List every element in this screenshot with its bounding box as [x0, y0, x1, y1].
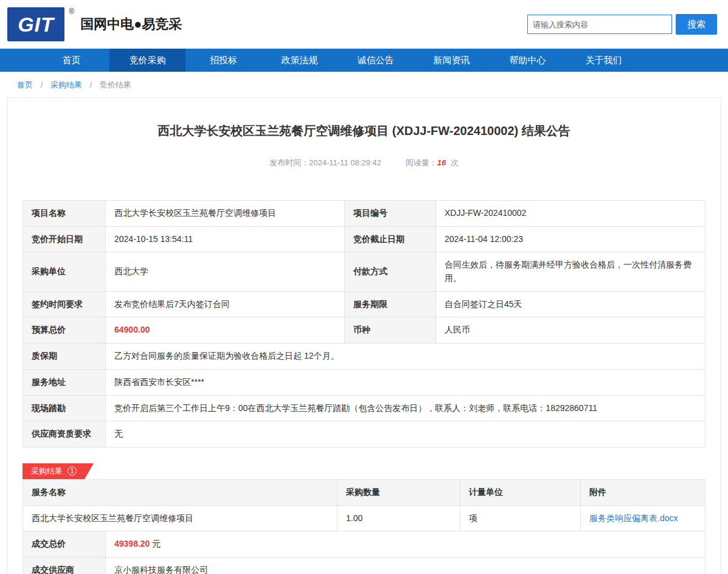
views-unit: 次: [451, 158, 459, 167]
article-meta: 发布时间：2024-11-11 08:29:42阅读量：16 次: [23, 157, 705, 168]
field-label: 签约时间要求: [23, 291, 106, 317]
nav-item-help-center[interactable]: 帮助中心: [490, 49, 566, 72]
ribbon-label: 采购结果: [31, 466, 63, 477]
field-value: 发布竞价结果后7天内签订合同: [106, 291, 345, 317]
breadcrumb-home[interactable]: 首页: [17, 80, 33, 89]
table-row: 成交供应商 京小服科技服务有限公司: [23, 557, 705, 574]
column-header-unit: 计量单位: [460, 479, 581, 505]
field-value: 人民币: [436, 317, 705, 344]
field-value: 自合同签订之日45天: [436, 291, 705, 317]
table-row: 签约时间要求 发布竞价结果后7天内签订合同 服务期限 自合同签订之日45天: [23, 291, 705, 317]
field-value-budget-total: 64900.00: [106, 317, 345, 344]
nav-item-credit-notices[interactable]: 诚信公告: [338, 49, 414, 72]
field-value: 陕西省西安市长安区****: [106, 369, 705, 395]
table-row: 竞价开始日期 2024-10-15 13:54:11 竞价截止日期 2024-1…: [23, 226, 705, 252]
nav-item-news[interactable]: 新闻资讯: [414, 49, 490, 72]
field-value: 西北大学长安校区玉兰苑餐厅空调维修项目: [106, 201, 345, 227]
nav-item-home[interactable]: 首页: [33, 49, 109, 72]
views-count: 16: [437, 158, 446, 167]
field-label: 付款方式: [345, 252, 436, 291]
table-row: 现场踏勘 竞价开启后第三个工作日上午9：00在西北大学玉兰苑餐厅踏勘（包含公告发…: [23, 395, 705, 421]
search-button[interactable]: 搜索: [676, 14, 717, 35]
table-row: 项目名称 西北大学长安校区玉兰苑餐厅空调维修项目 项目编号 XDJJ-FW-20…: [23, 201, 705, 227]
deal-total-cell: 49398.20 元: [106, 531, 705, 558]
deal-total-amount: 49398.20: [114, 539, 150, 548]
publish-time-label: 发布时间：: [269, 158, 309, 167]
main-nav: 首页 竞价采购 招投标 政策法规 诚信公告 新闻资讯 帮助中心 关于我们: [0, 49, 728, 72]
breadcrumb-current: 竞价结果: [100, 80, 131, 89]
field-label: 现场踏勘: [23, 395, 106, 421]
registered-trademark-icon: ®: [69, 7, 74, 16]
table-row: 预算总价 64900.00 币种 人民币: [23, 317, 705, 344]
ribbon-number-badge: 1: [68, 466, 77, 475]
brand-area: GIT ® 国网中电●易竞采: [7, 7, 182, 41]
breadcrumb: 首页 / 采购结果 / 竞价结果: [0, 72, 728, 97]
breadcrumb-procurement-results[interactable]: 采购结果: [50, 80, 82, 89]
project-details-table: 项目名称 西北大学长安校区玉兰苑餐厅空调维修项目 项目编号 XDJJ-FW-20…: [23, 200, 705, 448]
views-label: 阅读量：: [406, 158, 437, 167]
field-label: 项目名称: [23, 201, 106, 227]
field-label: 服务地址: [23, 369, 106, 395]
field-value: 西北大学: [106, 252, 345, 291]
logo-text: GIT: [18, 13, 54, 36]
unit-cell: 项: [460, 505, 581, 531]
procurement-result-ribbon: 采购结果 1: [23, 463, 94, 479]
table-row: 采购单位 西北大学 付款方式 合同生效后，待服务期满并经甲方验收合格后，一次性付…: [23, 252, 705, 291]
field-value: 2024-10-15 13:54:11: [106, 226, 345, 252]
field-value: 2024-11-04 12:00:23: [436, 226, 705, 252]
nav-item-bidding-procurement[interactable]: 竞价采购: [109, 49, 185, 72]
attachment-cell: 服务类响应偏离表.docx: [581, 505, 705, 531]
field-value: XDJJ-FW-202410002: [436, 201, 705, 227]
field-label: 成交供应商: [23, 557, 106, 574]
page-title: 西北大学长安校区玉兰苑餐厅空调维修项目 (XDJJ-FW-202410002) …: [23, 122, 705, 139]
table-row: 服务地址 陕西省西安市长安区****: [23, 369, 705, 395]
table-row: 西北大学长安校区玉兰苑餐厅空调维修项目 1.00 项 服务类响应偏离表.docx: [23, 505, 705, 531]
column-header-attachment: 附件: [581, 479, 705, 505]
field-value: 竞价开启后第三个工作日上午9：00在西北大学玉兰苑餐厅踏勘（包含公告发布日），联…: [106, 395, 705, 421]
budget-total-amount: 64900.00: [114, 325, 150, 334]
field-label: 采购单位: [23, 252, 106, 291]
field-label: 币种: [345, 317, 436, 344]
search-input[interactable]: [527, 15, 672, 34]
announcement-card: 西北大学长安校区玉兰苑餐厅空调维修项目 (XDJJ-FW-202410002) …: [7, 97, 721, 574]
nav-item-tenders[interactable]: 招投标: [185, 49, 262, 72]
quantity-cell: 1.00: [338, 505, 460, 531]
procurement-result-table: 服务名称 采购数量 计量单位 附件 西北大学长安校区玉兰苑餐厅空调维修项目 1.…: [23, 479, 705, 574]
logo: GIT ®: [7, 7, 64, 41]
service-name-cell: 西北大学长安校区玉兰苑餐厅空调维修项目: [23, 505, 338, 531]
field-value: 合同生效后，待服务期满并经甲方验收合格后，一次性付清服务费用。: [436, 252, 705, 291]
column-header-service: 服务名称: [23, 479, 338, 505]
column-header-quantity: 采购数量: [338, 479, 460, 505]
publish-time-value: 2024-11-11 08:29:42: [309, 158, 381, 167]
field-label: 服务期限: [345, 291, 436, 317]
field-label: 项目编号: [345, 201, 436, 227]
table-row: 质保期 乙方对合同服务的质量保证期为验收合格后之日起 12个月。: [23, 344, 705, 370]
nav-item-about-us[interactable]: 关于我们: [566, 49, 642, 72]
logo-box: GIT: [7, 7, 64, 41]
deal-total-unit: 元: [152, 539, 161, 548]
table-row: 供应商资质要求 无: [23, 421, 705, 448]
field-label: 预算总价: [23, 317, 106, 344]
supplier-cell: 京小服科技服务有限公司: [106, 557, 705, 574]
field-value: 无: [106, 421, 705, 448]
table-row: 成交总价 49398.20 元: [23, 531, 705, 558]
field-label: 供应商资质要求: [23, 421, 106, 448]
brand-name: 国网中电●易竞采: [80, 15, 182, 33]
field-value: 乙方对合同服务的质量保证期为验收合格后之日起 12个月。: [106, 344, 705, 370]
breadcrumb-separator: /: [41, 80, 43, 89]
nav-item-policies[interactable]: 政策法规: [262, 49, 338, 72]
attachment-link[interactable]: 服务类响应偏离表.docx: [589, 513, 678, 523]
field-label: 成交总价: [23, 531, 106, 558]
table-header-row: 服务名称 采购数量 计量单位 附件: [23, 479, 705, 505]
breadcrumb-separator: /: [90, 80, 92, 89]
field-label: 质保期: [23, 344, 106, 370]
search-area: 搜索: [527, 14, 717, 35]
field-label: 竞价截止日期: [345, 226, 436, 252]
field-label: 竞价开始日期: [23, 226, 106, 252]
page-header: GIT ® 国网中电●易竞采 搜索: [0, 0, 728, 49]
